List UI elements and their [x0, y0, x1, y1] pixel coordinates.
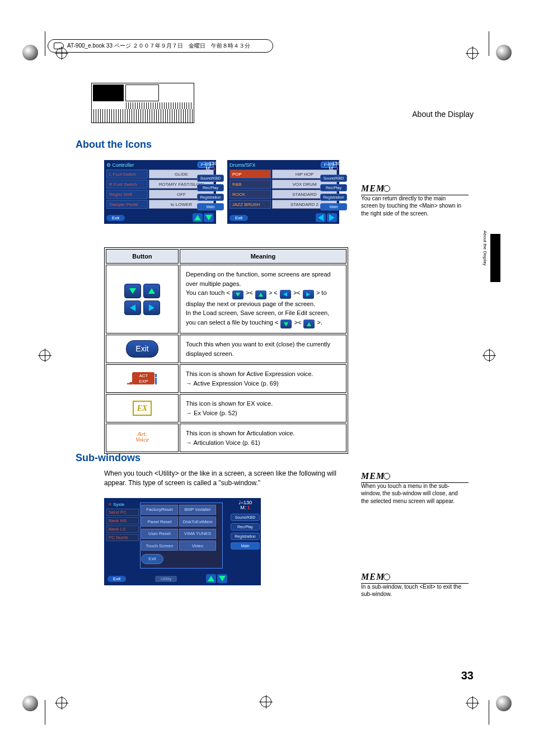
menu-button: User Reset: [141, 529, 178, 539]
bars-icon: ▂▄: [127, 380, 133, 384]
articulation-voice-icon: Art.Voice: [135, 431, 149, 443]
down-arrow-icon: [232, 290, 243, 299]
main-chip: Main: [197, 203, 224, 210]
registration-mark: [56, 697, 67, 708]
up-arrow-button-icon: [143, 284, 160, 298]
table-icon-cell: [106, 265, 179, 334]
table-meaning-cell: Depending on the function, some screens …: [180, 265, 346, 334]
memo-box: MEM You can return directly to the main …: [361, 182, 462, 217]
table-header-meaning: Meaning: [180, 249, 346, 264]
left-arrow-icon: [280, 290, 291, 299]
left-arrow-icon: [316, 213, 326, 222]
lcd-side-chips: ♩=130M: 1 Sound/KBD Rec/Play Registratio…: [231, 499, 260, 552]
row-label: Regist Shift: [106, 190, 148, 199]
lcd1-title: Controller: [113, 162, 134, 168]
lcd2-title: Drums/SFX: [229, 162, 256, 168]
sidebar-item: PC Numb: [106, 534, 139, 541]
table-meaning-cell: This icon is shown for Active Expression…: [180, 364, 346, 393]
registration-mark: [39, 350, 50, 361]
corner-sphere: [22, 696, 38, 711]
menu-button: Touch Screen: [141, 541, 178, 551]
crop-line: [489, 700, 489, 725]
overlay-exit-button: Exit: [141, 554, 163, 564]
reg-chip: Registration: [197, 194, 224, 201]
reg-chip: Registration: [320, 194, 347, 201]
measure-label: M:: [240, 505, 246, 510]
corner-sphere: [22, 45, 38, 60]
right-arrow-icon: [327, 213, 337, 222]
table-icon-cell: EX: [106, 394, 179, 422]
row-label: JAZZ BRUSH: [229, 200, 271, 209]
right-arrow-icon: [303, 290, 314, 299]
down-arrow-icon: [204, 213, 214, 222]
menu-button: Panel Reset: [141, 516, 178, 527]
text: This icon is shown for Active Expression…: [186, 370, 313, 377]
memo-box: MEM When you touch a menu in the sub-win…: [361, 470, 462, 505]
close-icon: ✕: [108, 502, 112, 507]
sidebar-item: Send PC: [106, 509, 139, 516]
table-meaning-cell: This icon is shown for Articulation voic…: [180, 424, 346, 452]
exit-button: Exit: [107, 576, 126, 582]
memo-ring-icon: [383, 185, 390, 192]
settings-icon: ⚙: [106, 162, 111, 168]
sidebar-item: Bank LS: [106, 525, 139, 533]
table-icon-cell: Art.Voice: [106, 424, 179, 452]
table-meaning-cell: Touch this when you want to exit (close)…: [180, 335, 346, 363]
memo-box: MEM In a sub-window, touch <Exit> to exi…: [361, 571, 462, 598]
left-arrow-button-icon: [124, 300, 141, 315]
up-arrow-icon: [206, 574, 216, 583]
measure-label: M:: [329, 166, 334, 171]
exit-button-icon: Exit: [126, 340, 158, 358]
down-arrow-icon: [280, 320, 292, 328]
row-label: R Foot Switch: [106, 180, 148, 189]
memo-heading: MEM: [361, 571, 462, 583]
sidebar-item: Bank MS: [106, 517, 139, 524]
book-header-text: AT-900_e.book 33 ページ ２００７年９月７日 金曜日 午前８時４…: [67, 42, 250, 50]
memo-heading: MEM: [361, 470, 462, 482]
icon-meaning-table: Button Meaning Depending on the function…: [104, 247, 348, 454]
text: This icon is shown for EX voice.: [186, 400, 273, 407]
crop-line: [45, 700, 45, 725]
table-icon-cell: Exit: [106, 335, 179, 363]
text: > <: [267, 289, 279, 296]
up-arrow-icon: [255, 290, 266, 299]
table-icon-cell: ▂▄ACTEXP: [106, 364, 179, 393]
exit-button: Exit: [229, 215, 248, 221]
measure-label: M:: [205, 166, 211, 171]
down-arrow-button-icon: [124, 284, 141, 298]
lcd-side-chips: ♩=130M: 1 Sound/KBD Rec/Play Registratio…: [197, 160, 224, 213]
subwindow-intro-text: When you touch <Utility> or the like in …: [104, 469, 348, 488]
text: Syste: [113, 502, 124, 507]
exit-button: Exit: [106, 215, 125, 221]
main-chip: Main: [231, 542, 260, 550]
corner-sphere: [496, 45, 512, 60]
table-header-button: Button: [106, 249, 179, 264]
running-header: About the Display: [412, 110, 474, 119]
row-label: R&B: [229, 180, 271, 189]
sound-chip: Sound/KBD: [197, 175, 224, 182]
subwindow-screenshot: ✕ Syste Send PC Bank MS Bank LS PC Numb …: [104, 498, 261, 585]
rec-chip: Rec/Play: [320, 184, 347, 191]
lcd-side-chips: ♩=130M: 1 Sound/KBD Rec/Play Registratio…: [320, 160, 347, 213]
down-arrow-icon: [217, 574, 227, 583]
row-label: Damper Pedal: [106, 200, 148, 209]
text: ><: [292, 319, 303, 326]
thumb-tab-label: About the Display: [483, 231, 488, 266]
book-icon: [54, 43, 64, 49]
menu-button: BMP Installer: [179, 505, 216, 515]
utility-overlay: FactoryResetBMP Installer Panel ResetDis…: [140, 503, 223, 569]
rec-chip: Rec/Play: [197, 184, 224, 191]
text: This icon is shown for Articulation voic…: [186, 430, 294, 436]
memo-text: You can return directly to the main scre…: [361, 195, 462, 218]
measure-value: 1: [213, 166, 216, 171]
text: → Articulation Voice (p. 61): [186, 439, 260, 446]
active-expression-icon: ACTEXP: [132, 372, 154, 384]
text: → Ex Voice (p. 52): [186, 410, 237, 416]
sound-chip: Sound/KBD: [320, 175, 347, 182]
text: >.: [315, 319, 322, 326]
corner-sphere: [496, 696, 512, 711]
text: → Active Expression Voice (p. 69): [186, 380, 279, 387]
up-arrow-icon: [193, 213, 203, 222]
up-arrow-icon: [303, 320, 315, 328]
book-header-strip: AT-900_e.book 33 ページ ２００７年９月７日 金曜日 午前８時４…: [48, 39, 273, 53]
